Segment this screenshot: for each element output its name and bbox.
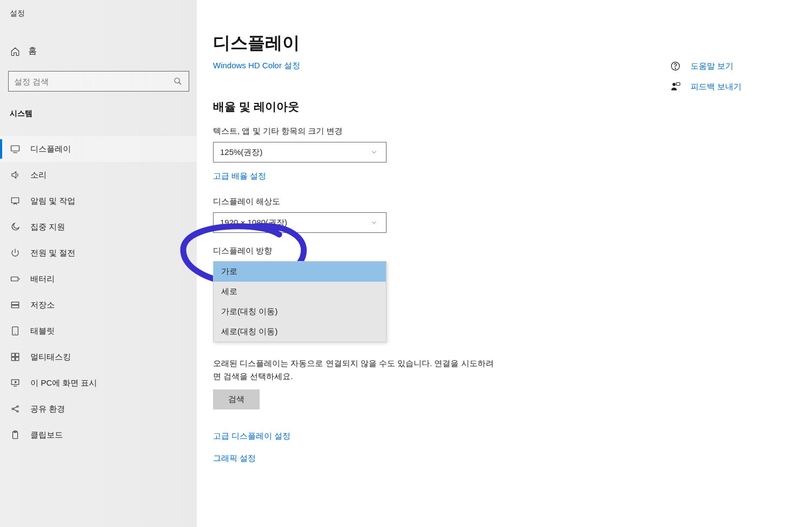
svg-rect-8: [11, 198, 19, 203]
svg-rect-30: [676, 83, 680, 86]
sidebar-item-label: 배터리: [30, 274, 55, 284]
svg-rect-9: [11, 277, 18, 281]
svg-rect-15: [11, 353, 15, 356]
sidebar-item-label: 디스플레이: [30, 144, 71, 154]
help-link[interactable]: 도움말 보기: [670, 61, 742, 71]
display-icon: [10, 144, 21, 154]
svg-line-24: [14, 409, 17, 411]
sidebar: 설정 홈 시스템 디스플레이 소리 알림 및 작업 집중 지원: [0, 0, 197, 527]
orientation-option-portrait[interactable]: 세로: [214, 282, 386, 302]
svg-point-28: [675, 68, 675, 69]
sidebar-item-label: 공유 환경: [30, 404, 65, 414]
advanced-scale-link[interactable]: 고급 배율 설정: [213, 171, 812, 181]
resolution-value: 1920 × 1080(권장): [220, 218, 287, 228]
sidebar-item-label: 이 PC에 화면 표시: [30, 378, 97, 388]
svg-line-23: [14, 407, 17, 408]
orientation-option-portrait-flipped[interactable]: 세로(대칭 이동): [214, 322, 386, 342]
tablet-icon: [10, 326, 21, 336]
home-button[interactable]: 홈: [0, 39, 197, 63]
scale-label: 텍스트, 앱 및 기타 항목의 크기 변경: [213, 126, 812, 136]
orientation-field: 디스플레이 방향 가로 세로 가로(대칭 이동) 세로(대칭 이동): [213, 246, 812, 256]
svg-point-22: [17, 411, 18, 412]
sidebar-item-label: 멀티태스킹: [30, 352, 71, 362]
sidebar-item-power[interactable]: 전원 및 절전: [0, 240, 197, 266]
svg-rect-11: [11, 302, 19, 305]
page-title: 디스플레이: [213, 31, 812, 55]
orientation-option-landscape[interactable]: 가로: [214, 262, 386, 282]
sidebar-item-label: 소리: [30, 170, 47, 180]
svg-point-20: [12, 408, 14, 410]
resolution-combobox[interactable]: 1920 × 1080(권장): [213, 212, 386, 233]
section-title: 배율 및 레이아웃: [213, 99, 812, 114]
home-label: 홈: [28, 45, 37, 57]
battery-icon: [10, 274, 21, 284]
category-label: 시스템: [0, 101, 197, 126]
feedback-icon: [670, 81, 681, 92]
chevron-down-icon: [369, 147, 379, 158]
svg-line-5: [179, 82, 181, 84]
search-button[interactable]: 검색: [213, 389, 260, 409]
svg-rect-18: [16, 357, 19, 361]
sidebar-item-project[interactable]: 이 PC에 화면 표시: [0, 370, 197, 396]
sidebar-item-multitasking[interactable]: 멀티태스킹: [0, 344, 197, 370]
sidebar-item-notifications[interactable]: 알림 및 작업: [0, 188, 197, 214]
help-icon: [670, 61, 681, 71]
svg-rect-16: [16, 353, 19, 356]
help-label: 도움말 보기: [691, 61, 733, 71]
svg-rect-12: [11, 305, 19, 308]
old-display-info: 오래된 디스플레이는 자동으로 연결되지 않을 수도 있습니다. 연결을 시도하…: [213, 357, 495, 383]
sidebar-item-sound[interactable]: 소리: [0, 162, 197, 188]
resolution-field: 디스플레이 해상도 1920 × 1080(권장): [213, 197, 812, 233]
advanced-display-link[interactable]: 고급 디스플레이 설정: [213, 431, 812, 441]
project-icon: [10, 378, 21, 388]
scale-combobox[interactable]: 125%(권장): [213, 142, 386, 162]
sidebar-item-display[interactable]: 디스플레이: [0, 136, 197, 162]
search-box[interactable]: [8, 71, 189, 92]
sidebar-item-label: 클립보드: [30, 430, 63, 440]
sidebar-item-clipboard[interactable]: 클립보드: [0, 422, 197, 448]
storage-icon: [10, 300, 21, 310]
orientation-dropdown: 가로 세로 가로(대칭 이동) 세로(대칭 이동): [213, 261, 386, 342]
resolution-label: 디스플레이 해상도: [213, 197, 812, 207]
svg-rect-17: [11, 357, 15, 361]
graphics-settings-link[interactable]: 그래픽 설정: [213, 453, 812, 464]
feedback-label: 피드백 보내기: [691, 82, 742, 92]
search-icon: [172, 76, 183, 87]
sidebar-item-label: 전원 및 절전: [30, 248, 75, 258]
svg-rect-6: [11, 146, 20, 151]
moon-icon: [10, 222, 21, 232]
home-icon: [10, 46, 21, 57]
clipboard-icon: [10, 430, 21, 440]
chevron-down-icon: [369, 217, 379, 228]
sidebar-item-label: 태블릿: [30, 326, 55, 336]
sidebar-item-label: 집중 지원: [30, 222, 65, 232]
search-input[interactable]: [14, 77, 172, 86]
sidebar-item-focus[interactable]: 집중 지원: [0, 214, 197, 240]
svg-point-4: [175, 78, 179, 83]
svg-point-21: [17, 406, 18, 407]
notification-icon: [10, 196, 21, 206]
sidebar-item-label: 알림 및 작업: [30, 196, 75, 206]
svg-point-29: [672, 83, 675, 86]
sidebar-item-share[interactable]: 공유 환경: [0, 396, 197, 422]
scale-value: 125%(권장): [220, 147, 262, 158]
share-icon: [10, 404, 21, 414]
feedback-link[interactable]: 피드백 보내기: [670, 81, 742, 92]
sound-icon: [10, 170, 21, 180]
orientation-label: 디스플레이 방향: [213, 246, 812, 256]
sidebar-item-storage[interactable]: 저장소: [0, 292, 197, 318]
power-icon: [10, 248, 21, 258]
sidebar-item-tablet[interactable]: 태블릿: [0, 318, 197, 344]
right-links: 도움말 보기 피드백 보내기: [670, 61, 742, 92]
sidebar-item-battery[interactable]: 배터리: [0, 266, 197, 292]
orientation-option-landscape-flipped[interactable]: 가로(대칭 이동): [214, 302, 386, 322]
multitask-icon: [10, 352, 21, 362]
window-title: 설정: [0, 4, 197, 23]
sidebar-item-label: 저장소: [30, 300, 55, 310]
nav-list: 디스플레이 소리 알림 및 작업 집중 지원 전원 및 절전 배터리 저장소: [0, 136, 197, 448]
scale-field: 텍스트, 앱 및 기타 항목의 크기 변경 125%(권장) 고급 배율 설정: [213, 126, 812, 181]
